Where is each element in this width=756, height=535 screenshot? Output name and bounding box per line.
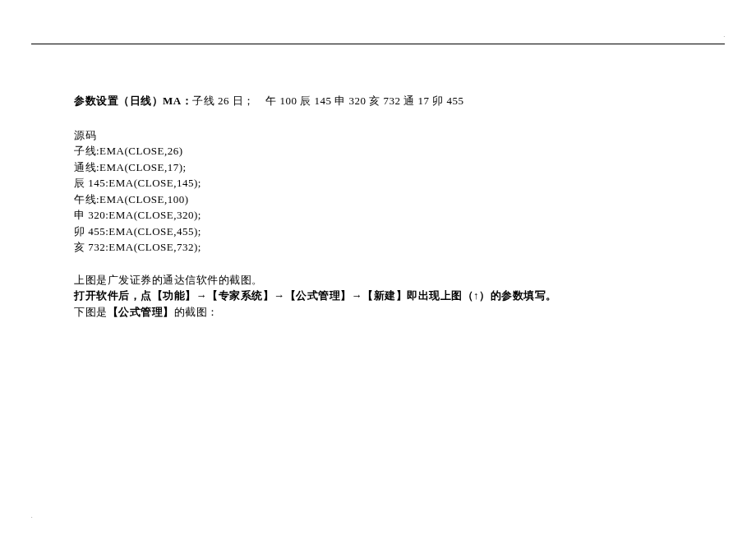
source-line: 申 320:EMA(CLOSE,320); xyxy=(74,207,682,224)
desc2-btn-expert: 【专家系统】 xyxy=(207,289,274,302)
source-line: 辰 145:EMA(CLOSE,145); xyxy=(74,175,682,191)
param-rest: 子线 26 日； 午 100 辰 145 申 320 亥 732 通 17 卯 … xyxy=(192,95,463,107)
desc2-post: 即出现上图（↑）的参数填写。 xyxy=(407,289,557,302)
source-line: 子线:EMA(CLOSE,26) xyxy=(74,143,682,159)
footer-marker: · xyxy=(31,515,33,520)
desc2-btn-function: 【功能】 xyxy=(152,289,196,302)
description-line-1: 上图是广发证券的通达信软件的截图。 xyxy=(74,272,682,288)
description-line-3: 下图是【公式管理】的截图： xyxy=(74,304,682,321)
description-line-2: 打开软件后，点【功能】→【专家系统】→【公式管理】→【新建】即出现上图（↑）的参… xyxy=(74,288,682,304)
source-code-block: 源码 子线:EMA(CLOSE,26) 通线:EMA(CLOSE,17); 辰 … xyxy=(74,127,682,256)
document-content: 参数设置（日线）MA：子线 26 日； 午 100 辰 145 申 320 亥 … xyxy=(74,93,682,320)
source-line: 通线:EMA(CLOSE,17); xyxy=(74,159,682,176)
param-prefix: 参数设置（日线）MA： xyxy=(74,95,192,107)
source-title: 源码 xyxy=(74,127,682,144)
desc3-btn-formula: 【公式管理】 xyxy=(108,306,174,318)
desc3-post: 的截图： xyxy=(174,306,219,318)
desc2-btn-formula: 【公式管理】 xyxy=(285,289,352,302)
horizontal-rule xyxy=(31,44,725,44)
desc3-pre: 下图是 xyxy=(74,306,108,318)
desc2-arrow: → xyxy=(196,289,208,302)
desc2-arrow: → xyxy=(274,289,285,302)
source-line: 亥 732:EMA(CLOSE,732); xyxy=(74,239,682,256)
description-block: 上图是广发证券的通达信软件的截图。 打开软件后，点【功能】→【专家系统】→【公式… xyxy=(74,272,682,321)
desc2-pre: 打开软件后，点 xyxy=(74,289,152,302)
source-line: 午线:EMA(CLOSE,100) xyxy=(74,191,682,208)
desc2-arrow: → xyxy=(352,289,363,302)
parameter-settings-line: 参数设置（日线）MA：子线 26 日； 午 100 辰 145 申 320 亥 … xyxy=(74,93,682,109)
source-line: 卯 455:EMA(CLOSE,455); xyxy=(74,224,682,240)
desc2-btn-new: 【新建】 xyxy=(362,289,407,302)
header-marker: · xyxy=(724,35,726,39)
